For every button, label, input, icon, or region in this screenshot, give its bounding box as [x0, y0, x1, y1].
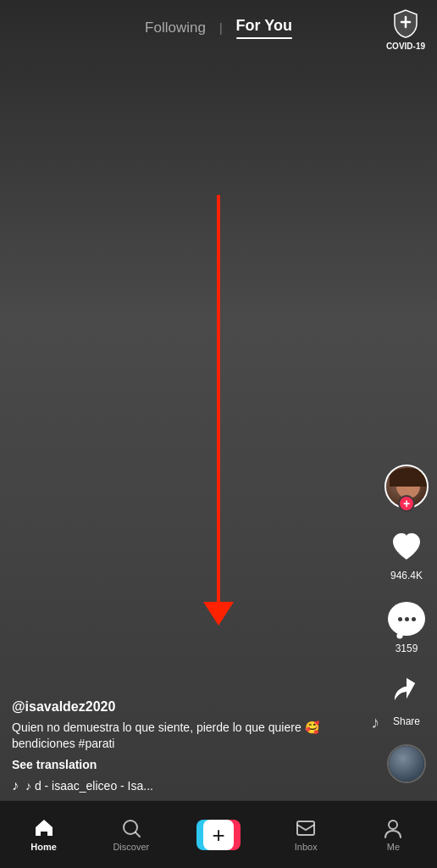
- svg-rect-2: [297, 821, 314, 835]
- bottom-navigation: Home Discover + Inbox Me: [0, 800, 437, 868]
- plus-bg-center: +: [203, 820, 234, 850]
- comment-bubble-icon: [388, 602, 425, 636]
- inbox-label: Inbox: [295, 842, 318, 852]
- comment-group[interactable]: 3159: [386, 598, 427, 654]
- music-info-bar[interactable]: ♪ ♪ d - isaac_eliceo - Isa...: [12, 778, 378, 793]
- like-group[interactable]: 946.4K: [386, 526, 427, 581]
- creator-username[interactable]: @isavaldez2020: [12, 699, 378, 715]
- home-icon: [33, 817, 55, 839]
- nav-divider: |: [219, 21, 223, 35]
- dot3: [412, 617, 416, 621]
- nav-discover[interactable]: Discover: [87, 817, 174, 852]
- follow-plus-badge[interactable]: +: [398, 495, 415, 512]
- profile-icon: [382, 817, 404, 839]
- see-translation-button[interactable]: See translation: [12, 758, 378, 771]
- covid-button[interactable]: COVID-19: [386, 8, 425, 51]
- video-info: @isavaldez2020 Quien no demuestra lo que…: [12, 699, 378, 793]
- nav-inbox[interactable]: Inbox: [263, 817, 350, 852]
- covid-label: COVID-19: [386, 42, 425, 51]
- home-label: Home: [30, 842, 57, 852]
- discover-label: Discover: [113, 842, 149, 852]
- creator-avatar[interactable]: +: [384, 465, 429, 509]
- nav-me[interactable]: Me: [350, 817, 437, 852]
- comment-count: 3159: [396, 643, 418, 654]
- dot2: [405, 617, 409, 621]
- music-disc-image: [389, 746, 424, 782]
- svg-point-3: [389, 821, 397, 829]
- plus-sign-icon: +: [212, 824, 224, 846]
- like-button[interactable]: [386, 526, 427, 566]
- create-button[interactable]: +: [196, 820, 241, 850]
- me-label: Me: [387, 842, 400, 852]
- video-area[interactable]: [0, 0, 437, 800]
- right-sidebar: + 946.4K 3159: [384, 465, 429, 783]
- shield-icon: [390, 8, 421, 39]
- nav-following[interactable]: Following: [145, 19, 206, 36]
- comment-button[interactable]: [386, 598, 427, 639]
- nav-create[interactable]: +: [174, 820, 262, 850]
- inbox-icon: [295, 817, 317, 839]
- share-group[interactable]: Share: [386, 671, 427, 727]
- music-disc[interactable]: [387, 744, 426, 783]
- top-navigation: Following | For You COVID-19: [0, 0, 437, 56]
- comment-dots: [398, 617, 416, 621]
- share-label: Share: [393, 715, 420, 727]
- dot1: [398, 617, 402, 621]
- nav-foryou-underline: [236, 37, 292, 39]
- share-button[interactable]: [386, 671, 427, 712]
- nav-home[interactable]: Home: [0, 817, 87, 852]
- music-track-name: ♪ d - isaac_eliceo - Isa...: [25, 779, 153, 793]
- video-caption: Quien no demuestra lo que siente, pierde…: [12, 720, 378, 753]
- nav-foryou[interactable]: For You: [236, 17, 292, 34]
- music-note-icon-bar: ♪: [12, 778, 19, 793]
- nav-foryou-container[interactable]: For You: [236, 17, 292, 39]
- like-count: 946.4K: [390, 570, 423, 581]
- discover-icon: [120, 817, 142, 839]
- svg-line-1: [136, 832, 140, 837]
